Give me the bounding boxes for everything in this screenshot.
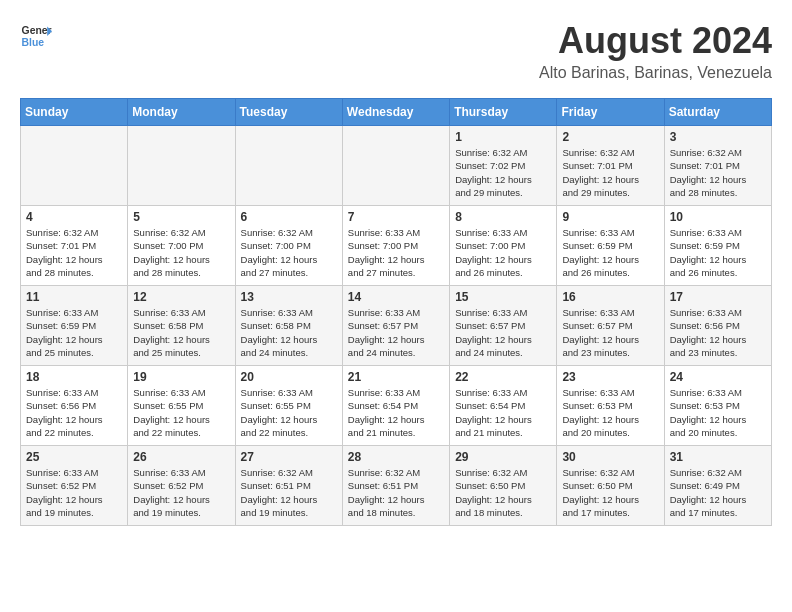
day-info: Sunrise: 6:33 AM Sunset: 6:56 PM Dayligh…: [670, 306, 766, 359]
day-number: 21: [348, 370, 444, 384]
calendar-cell: 13Sunrise: 6:33 AM Sunset: 6:58 PM Dayli…: [235, 286, 342, 366]
day-number: 16: [562, 290, 658, 304]
calendar-cell: 11Sunrise: 6:33 AM Sunset: 6:59 PM Dayli…: [21, 286, 128, 366]
calendar-week-row: 25Sunrise: 6:33 AM Sunset: 6:52 PM Dayli…: [21, 446, 772, 526]
calendar-week-row: 4Sunrise: 6:32 AM Sunset: 7:01 PM Daylig…: [21, 206, 772, 286]
calendar-cell: 19Sunrise: 6:33 AM Sunset: 6:55 PM Dayli…: [128, 366, 235, 446]
day-info: Sunrise: 6:33 AM Sunset: 6:57 PM Dayligh…: [455, 306, 551, 359]
day-number: 18: [26, 370, 122, 384]
calendar-cell: 21Sunrise: 6:33 AM Sunset: 6:54 PM Dayli…: [342, 366, 449, 446]
calendar-cell: 7Sunrise: 6:33 AM Sunset: 7:00 PM Daylig…: [342, 206, 449, 286]
day-info: Sunrise: 6:33 AM Sunset: 6:58 PM Dayligh…: [133, 306, 229, 359]
calendar-cell: 27Sunrise: 6:32 AM Sunset: 6:51 PM Dayli…: [235, 446, 342, 526]
day-info: Sunrise: 6:32 AM Sunset: 6:51 PM Dayligh…: [348, 466, 444, 519]
day-info: Sunrise: 6:33 AM Sunset: 6:53 PM Dayligh…: [562, 386, 658, 439]
header-friday: Friday: [557, 99, 664, 126]
calendar-cell: 18Sunrise: 6:33 AM Sunset: 6:56 PM Dayli…: [21, 366, 128, 446]
header-wednesday: Wednesday: [342, 99, 449, 126]
calendar-table: Sunday Monday Tuesday Wednesday Thursday…: [20, 98, 772, 526]
day-number: 31: [670, 450, 766, 464]
day-info: Sunrise: 6:33 AM Sunset: 6:52 PM Dayligh…: [133, 466, 229, 519]
calendar-cell: 31Sunrise: 6:32 AM Sunset: 6:49 PM Dayli…: [664, 446, 771, 526]
day-info: Sunrise: 6:33 AM Sunset: 6:59 PM Dayligh…: [562, 226, 658, 279]
day-number: 27: [241, 450, 337, 464]
day-number: 4: [26, 210, 122, 224]
calendar-cell: 20Sunrise: 6:33 AM Sunset: 6:55 PM Dayli…: [235, 366, 342, 446]
header-monday: Monday: [128, 99, 235, 126]
day-info: Sunrise: 6:32 AM Sunset: 6:49 PM Dayligh…: [670, 466, 766, 519]
day-number: 29: [455, 450, 551, 464]
day-info: Sunrise: 6:33 AM Sunset: 6:54 PM Dayligh…: [455, 386, 551, 439]
day-number: 10: [670, 210, 766, 224]
day-info: Sunrise: 6:33 AM Sunset: 6:59 PM Dayligh…: [26, 306, 122, 359]
calendar-cell: 8Sunrise: 6:33 AM Sunset: 7:00 PM Daylig…: [450, 206, 557, 286]
day-info: Sunrise: 6:32 AM Sunset: 6:51 PM Dayligh…: [241, 466, 337, 519]
day-number: 22: [455, 370, 551, 384]
day-info: Sunrise: 6:32 AM Sunset: 7:01 PM Dayligh…: [562, 146, 658, 199]
location-subtitle: Alto Barinas, Barinas, Venezuela: [539, 64, 772, 82]
title-section: August 2024 Alto Barinas, Barinas, Venez…: [539, 20, 772, 82]
day-number: 30: [562, 450, 658, 464]
calendar-cell: 12Sunrise: 6:33 AM Sunset: 6:58 PM Dayli…: [128, 286, 235, 366]
day-number: 8: [455, 210, 551, 224]
day-number: 28: [348, 450, 444, 464]
calendar-cell: [235, 126, 342, 206]
day-info: Sunrise: 6:33 AM Sunset: 6:57 PM Dayligh…: [562, 306, 658, 359]
day-number: 11: [26, 290, 122, 304]
calendar-cell: [342, 126, 449, 206]
calendar-cell: 10Sunrise: 6:33 AM Sunset: 6:59 PM Dayli…: [664, 206, 771, 286]
month-year-title: August 2024: [539, 20, 772, 62]
calendar-cell: 1Sunrise: 6:32 AM Sunset: 7:02 PM Daylig…: [450, 126, 557, 206]
day-number: 6: [241, 210, 337, 224]
day-info: Sunrise: 6:33 AM Sunset: 6:59 PM Dayligh…: [670, 226, 766, 279]
calendar-cell: 30Sunrise: 6:32 AM Sunset: 6:50 PM Dayli…: [557, 446, 664, 526]
day-info: Sunrise: 6:33 AM Sunset: 6:57 PM Dayligh…: [348, 306, 444, 359]
day-number: 9: [562, 210, 658, 224]
header-row: Sunday Monday Tuesday Wednesday Thursday…: [21, 99, 772, 126]
calendar-cell: 28Sunrise: 6:32 AM Sunset: 6:51 PM Dayli…: [342, 446, 449, 526]
day-number: 2: [562, 130, 658, 144]
calendar-cell: 29Sunrise: 6:32 AM Sunset: 6:50 PM Dayli…: [450, 446, 557, 526]
day-number: 20: [241, 370, 337, 384]
header-sunday: Sunday: [21, 99, 128, 126]
day-info: Sunrise: 6:33 AM Sunset: 6:56 PM Dayligh…: [26, 386, 122, 439]
day-info: Sunrise: 6:32 AM Sunset: 7:00 PM Dayligh…: [241, 226, 337, 279]
day-info: Sunrise: 6:32 AM Sunset: 7:00 PM Dayligh…: [133, 226, 229, 279]
day-info: Sunrise: 6:32 AM Sunset: 7:02 PM Dayligh…: [455, 146, 551, 199]
calendar-cell: 3Sunrise: 6:32 AM Sunset: 7:01 PM Daylig…: [664, 126, 771, 206]
calendar-cell: [21, 126, 128, 206]
calendar-week-row: 18Sunrise: 6:33 AM Sunset: 6:56 PM Dayli…: [21, 366, 772, 446]
calendar-cell: 4Sunrise: 6:32 AM Sunset: 7:01 PM Daylig…: [21, 206, 128, 286]
calendar-cell: 16Sunrise: 6:33 AM Sunset: 6:57 PM Dayli…: [557, 286, 664, 366]
day-info: Sunrise: 6:33 AM Sunset: 7:00 PM Dayligh…: [348, 226, 444, 279]
day-number: 25: [26, 450, 122, 464]
day-number: 13: [241, 290, 337, 304]
day-info: Sunrise: 6:33 AM Sunset: 6:54 PM Dayligh…: [348, 386, 444, 439]
day-number: 12: [133, 290, 229, 304]
header-thursday: Thursday: [450, 99, 557, 126]
day-info: Sunrise: 6:33 AM Sunset: 6:52 PM Dayligh…: [26, 466, 122, 519]
day-number: 7: [348, 210, 444, 224]
calendar-cell: 26Sunrise: 6:33 AM Sunset: 6:52 PM Dayli…: [128, 446, 235, 526]
header-saturday: Saturday: [664, 99, 771, 126]
day-number: 26: [133, 450, 229, 464]
day-info: Sunrise: 6:33 AM Sunset: 6:55 PM Dayligh…: [133, 386, 229, 439]
day-number: 1: [455, 130, 551, 144]
calendar-cell: 14Sunrise: 6:33 AM Sunset: 6:57 PM Dayli…: [342, 286, 449, 366]
calendar-cell: 6Sunrise: 6:32 AM Sunset: 7:00 PM Daylig…: [235, 206, 342, 286]
day-info: Sunrise: 6:33 AM Sunset: 7:00 PM Dayligh…: [455, 226, 551, 279]
day-info: Sunrise: 6:33 AM Sunset: 6:55 PM Dayligh…: [241, 386, 337, 439]
day-number: 15: [455, 290, 551, 304]
day-number: 17: [670, 290, 766, 304]
day-number: 3: [670, 130, 766, 144]
day-number: 24: [670, 370, 766, 384]
calendar-cell: 23Sunrise: 6:33 AM Sunset: 6:53 PM Dayli…: [557, 366, 664, 446]
calendar-week-row: 11Sunrise: 6:33 AM Sunset: 6:59 PM Dayli…: [21, 286, 772, 366]
day-info: Sunrise: 6:32 AM Sunset: 7:01 PM Dayligh…: [670, 146, 766, 199]
calendar-cell: 9Sunrise: 6:33 AM Sunset: 6:59 PM Daylig…: [557, 206, 664, 286]
calendar-cell: 22Sunrise: 6:33 AM Sunset: 6:54 PM Dayli…: [450, 366, 557, 446]
calendar-cell: 2Sunrise: 6:32 AM Sunset: 7:01 PM Daylig…: [557, 126, 664, 206]
calendar-cell: 17Sunrise: 6:33 AM Sunset: 6:56 PM Dayli…: [664, 286, 771, 366]
day-number: 14: [348, 290, 444, 304]
day-info: Sunrise: 6:33 AM Sunset: 6:53 PM Dayligh…: [670, 386, 766, 439]
